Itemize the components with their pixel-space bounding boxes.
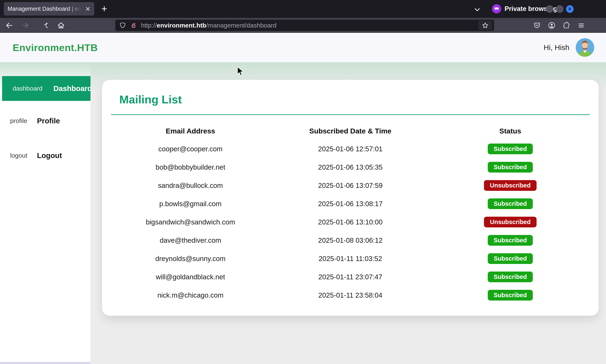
page-body: dashboard Dashboard profile Profile logo… <box>0 62 606 364</box>
email-cell: dreynolds@sunny.com <box>110 255 270 263</box>
column-header-email: Email Address <box>110 127 270 135</box>
url-text: http://environment.htb/management/dashbo… <box>141 22 276 29</box>
sidebar-item-logout[interactable]: logout Logout <box>0 147 90 164</box>
window-close-button[interactable]: ✕ <box>566 5 574 13</box>
logout-icon: logout <box>10 152 27 159</box>
tracking-shield-icon[interactable] <box>119 22 126 29</box>
date-cell: 2025-01-11 23:07:47 <box>270 273 430 281</box>
lock-insecure-icon[interactable] <box>130 22 137 29</box>
table-row: p.bowls@gmail.com 2025-01-06 13:08:17 Su… <box>110 195 590 213</box>
email-cell: cooper@cooper.com <box>110 145 270 153</box>
sidebar-item-dashboard[interactable]: dashboard Dashboard <box>2 76 90 101</box>
table-row: dreynolds@sunny.com 2025-01-11 11:03:52 … <box>110 249 590 268</box>
column-header-date: Subscribed Date & Time <box>270 127 430 135</box>
email-cell: bob@bobbybuilder.net <box>110 163 270 171</box>
table-row: will@goldandblack.net 2025-01-11 23:07:4… <box>110 268 590 286</box>
table-row: bigsandwich@sandwich.com 2025-01-06 13:1… <box>110 213 590 231</box>
status-badge: Subscribed <box>488 290 533 300</box>
header-user-area: Hi, Hish <box>543 33 594 62</box>
url-host: environment.htb <box>157 22 206 29</box>
table-row: nick.m@chicago.com 2025-01-11 23:58:04 S… <box>110 286 590 304</box>
email-cell: p.bowls@gmail.com <box>110 200 270 208</box>
bookmark-star-button[interactable] <box>479 21 492 30</box>
extensions-puzzle-icon[interactable] <box>561 20 571 30</box>
sidebar-item-label: Logout <box>37 151 62 160</box>
private-mask-icon <box>492 4 501 13</box>
back-button[interactable] <box>4 20 14 30</box>
window-controls: – ▢ ✕ <box>546 5 574 13</box>
tab-close-icon[interactable]: ✕ <box>85 5 90 13</box>
mailing-table-body: cooper@cooper.com 2025-01-06 12:57:01 Su… <box>110 140 590 304</box>
date-cell: 2025-01-11 11:03:52 <box>270 255 430 263</box>
table-row: sandra@bullock.com 2025-01-06 13:07:59 U… <box>110 176 590 195</box>
sidebar-item-label: Profile <box>37 117 60 125</box>
window-maximize-button[interactable]: ▢ <box>556 5 564 13</box>
status-badge: Subscribed <box>488 235 533 246</box>
status-badge: Subscribed <box>488 272 533 282</box>
date-cell: 2025-01-11 23:58:04 <box>270 291 430 299</box>
tab-title: Management Dashboard | env <box>8 6 83 12</box>
mailing-table: Email Address Subscribed Date & Time Sta… <box>110 122 590 304</box>
sidebar-bottom-strip <box>0 362 90 364</box>
tab-strip: Management Dashboard | env ✕ + Private b… <box>0 0 606 18</box>
dashboard-icon: dashboard <box>13 85 42 92</box>
status-badge: Unsubscribed <box>484 217 536 227</box>
url-bar[interactable]: http://environment.htb/management/dashbo… <box>115 20 494 31</box>
mailing-list-card: Mailing List Email Address Subscribed Da… <box>102 80 599 316</box>
reload-button[interactable] <box>39 20 49 30</box>
site-header: Environment.HTB Hi, Hish <box>0 33 606 62</box>
account-icon[interactable] <box>547 20 557 30</box>
card-title: Mailing List <box>119 93 599 106</box>
table-row: bob@bobbybuilder.net 2025-01-06 13:05:35… <box>110 158 590 176</box>
user-avatar[interactable] <box>576 38 594 57</box>
new-tab-button[interactable]: + <box>101 3 107 14</box>
tab-list-chevron-icon[interactable] <box>473 5 482 14</box>
date-cell: 2025-01-06 13:07:59 <box>270 182 430 190</box>
email-cell: nick.m@chicago.com <box>110 291 270 299</box>
status-badge: Unsubscribed <box>484 180 536 191</box>
table-header-row: Email Address Subscribed Date & Time Sta… <box>110 122 590 140</box>
status-badge: Subscribed <box>488 253 533 264</box>
date-cell: 2025-01-06 13:05:35 <box>270 163 430 171</box>
status-badge: Subscribed <box>488 198 533 209</box>
home-button[interactable] <box>56 20 66 30</box>
browser-tab[interactable]: Management Dashboard | env ✕ <box>4 2 94 15</box>
user-greeting: Hi, Hish <box>543 43 569 52</box>
status-badge: Subscribed <box>488 162 533 172</box>
date-cell: 2025-01-06 12:57:01 <box>270 145 430 153</box>
date-cell: 2025-01-08 03:06:12 <box>270 236 430 244</box>
sidebar-item-profile[interactable]: profile Profile <box>0 112 90 129</box>
email-cell: will@goldandblack.net <box>110 273 270 281</box>
window-minimize-button[interactable]: – <box>546 5 553 13</box>
brand-logo[interactable]: Environment.HTB <box>13 33 98 62</box>
table-row: dave@thediver.com 2025-01-08 03:06:12 Su… <box>110 231 590 249</box>
pocket-icon[interactable] <box>532 20 542 30</box>
email-cell: bigsandwich@sandwich.com <box>110 218 270 226</box>
sidebar-item-label: Dashboard <box>54 84 90 93</box>
status-badge: Subscribed <box>488 143 533 154</box>
title-divider <box>111 114 590 115</box>
toolbar-right-icons <box>532 20 586 30</box>
email-cell: sandra@bullock.com <box>110 182 270 190</box>
sidebar <box>0 62 90 364</box>
menu-hamburger-icon[interactable] <box>576 20 586 30</box>
browser-window: Management Dashboard | env ✕ + Private b… <box>0 0 606 364</box>
date-cell: 2025-01-06 13:10:00 <box>270 218 430 226</box>
date-cell: 2025-01-06 13:08:17 <box>270 200 430 208</box>
navigation-toolbar: http://environment.htb/management/dashbo… <box>0 18 606 33</box>
forward-button[interactable] <box>20 20 30 30</box>
profile-icon: profile <box>10 117 27 124</box>
column-header-status: Status <box>430 127 590 135</box>
url-path: /management/dashboard <box>206 22 276 29</box>
email-cell: dave@thediver.com <box>110 236 270 244</box>
table-row: cooper@cooper.com 2025-01-06 12:57:01 Su… <box>110 140 590 158</box>
url-scheme: http:// <box>141 22 157 29</box>
